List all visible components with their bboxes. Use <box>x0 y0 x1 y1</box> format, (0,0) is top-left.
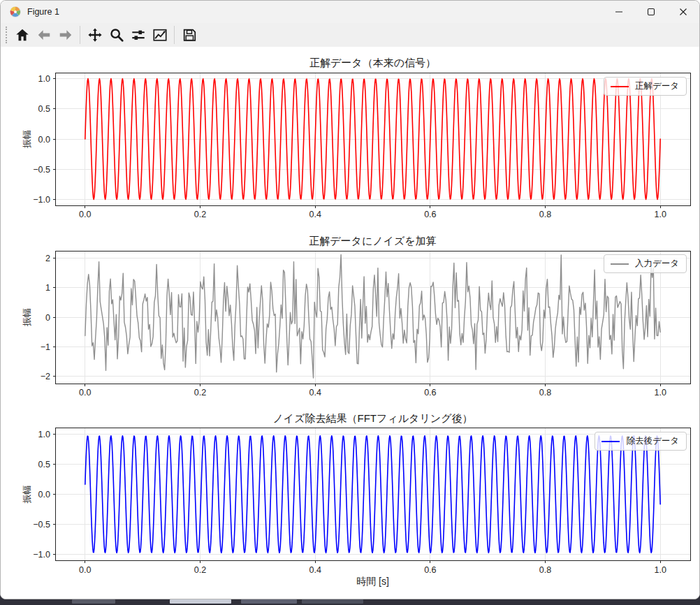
legend-line-sample <box>611 263 629 265</box>
y-tick-label: 1.0 <box>38 430 50 439</box>
maximize-icon <box>647 8 655 16</box>
y-tick-label: −2 <box>41 372 50 381</box>
y-tick-label: −0.5 <box>33 520 50 530</box>
home-icon <box>15 27 30 43</box>
subplot-0: 0.00.20.40.60.81.01.00.50.0−0.5−1.0正解データ… <box>22 57 690 219</box>
save-floppy-icon <box>182 27 197 43</box>
toolbar-grip[interactable] <box>6 27 7 43</box>
blurred-background-text <box>302 599 363 604</box>
legend-label: 除去後データ <box>626 435 679 447</box>
legend-label: 入力データ <box>635 258 679 270</box>
legend-filtered-data[interactable]: 除去後データ <box>595 432 687 451</box>
legend-line-sample <box>601 441 620 442</box>
forward-button[interactable] <box>55 25 75 45</box>
y-tick-label: 0.0 <box>38 490 50 500</box>
x-tick-label: 0.0 <box>79 565 91 575</box>
x-tick-label: 1.0 <box>654 565 666 575</box>
y-tick-label: 0.0 <box>38 135 50 145</box>
subplot-title: 正解データにノイズを加算 <box>309 235 436 247</box>
home-button[interactable] <box>12 25 32 45</box>
window-controls <box>603 1 699 23</box>
minimize-icon <box>615 8 623 16</box>
matplotlib-toolbar <box>1 23 699 47</box>
y-tick-label: 0.5 <box>38 104 50 114</box>
x-tick-label: 0.6 <box>424 210 436 219</box>
toolbar-separator <box>174 26 175 44</box>
x-tick-label: 1.0 <box>654 210 666 219</box>
matplotlib-logo-icon <box>10 6 21 17</box>
back-arrow-icon <box>36 27 52 43</box>
legend-correct-data[interactable]: 正解データ <box>604 77 687 96</box>
y-tick-label: 1.0 <box>38 74 50 84</box>
series-正解データ <box>85 79 660 200</box>
figure-canvas[interactable]: 0.00.20.40.60.81.01.00.50.0−0.5−1.0正解データ… <box>1 47 700 599</box>
close-button[interactable] <box>667 1 699 23</box>
line-chart-icon <box>152 27 168 43</box>
x-tick-label: 0.4 <box>309 388 321 398</box>
pan-move-icon <box>87 27 103 43</box>
subplot-1: 0.00.20.40.60.81.0210−1−2正解データにノイズを加算振幅 <box>22 235 690 398</box>
x-tick-label: 0.4 <box>309 210 321 219</box>
blurred-background-text <box>72 599 115 604</box>
y-tick-label: 0.5 <box>38 460 50 469</box>
y-tick-label: −0.5 <box>33 165 50 175</box>
save-button[interactable] <box>179 25 199 45</box>
subplot-2: 0.00.20.40.60.81.01.00.50.0−0.5−1.0ノイズ除去… <box>22 412 690 587</box>
x-tick-label: 0.2 <box>194 210 206 219</box>
x-tick-label: 1.0 <box>654 388 666 398</box>
figure-window: Figure 1 <box>0 0 700 599</box>
x-tick-label: 0.0 <box>79 210 91 219</box>
zoom-magnifier-icon <box>109 27 124 43</box>
subplot-title: ノイズ除去結果（FFTフィルタリング後） <box>272 412 472 424</box>
y-tick-label: 2 <box>45 254 50 263</box>
minimize-button[interactable] <box>603 1 635 23</box>
x-tick-label: 0.0 <box>79 388 91 398</box>
y-tick-label: 0 <box>45 313 50 323</box>
legend-input-data[interactable]: 入力データ <box>604 254 687 273</box>
toolbar-separator <box>80 26 80 44</box>
x-axis-label: 時間 [s] <box>356 576 389 587</box>
x-tick-label: 0.8 <box>539 210 551 219</box>
x-tick-label: 0.4 <box>309 565 321 575</box>
sliders-icon <box>131 27 146 43</box>
maximize-button[interactable] <box>635 1 667 23</box>
zoom-button[interactable] <box>106 25 126 45</box>
pan-button[interactable] <box>85 25 105 45</box>
back-button[interactable] <box>34 25 54 45</box>
y-axis-label: 振幅 <box>22 486 32 504</box>
title-bar[interactable]: Figure 1 <box>1 1 699 23</box>
y-axis-label: 振幅 <box>22 308 32 326</box>
legend-label: 正解データ <box>635 80 679 92</box>
series-入力データ <box>85 255 660 378</box>
subplots-svg: 0.00.20.40.60.81.01.00.50.0−0.5−1.0正解データ… <box>1 47 700 599</box>
x-tick-label: 0.6 <box>424 388 436 398</box>
y-axis-label: 振幅 <box>22 130 32 148</box>
window-title: Figure 1 <box>27 7 59 17</box>
subplot-title: 正解データ（本来の信号） <box>309 57 436 68</box>
x-tick-label: 0.8 <box>539 565 551 575</box>
x-tick-label: 0.2 <box>194 388 206 398</box>
configure-subplots-button[interactable] <box>128 25 148 45</box>
y-tick-label: −1.0 <box>33 195 50 205</box>
blurred-background-text <box>241 599 297 604</box>
y-tick-label: −1.0 <box>33 550 50 560</box>
close-icon <box>679 8 687 16</box>
y-tick-label: 1 <box>45 283 50 293</box>
y-tick-label: −1 <box>41 342 50 352</box>
forward-arrow-icon <box>58 27 73 43</box>
x-tick-label: 0.2 <box>194 565 206 575</box>
blurred-background-text <box>170 599 231 604</box>
legend-line-sample <box>611 86 629 87</box>
x-tick-label: 0.6 <box>424 565 436 575</box>
x-tick-label: 0.8 <box>539 388 551 398</box>
edit-parameters-button[interactable] <box>150 25 170 45</box>
